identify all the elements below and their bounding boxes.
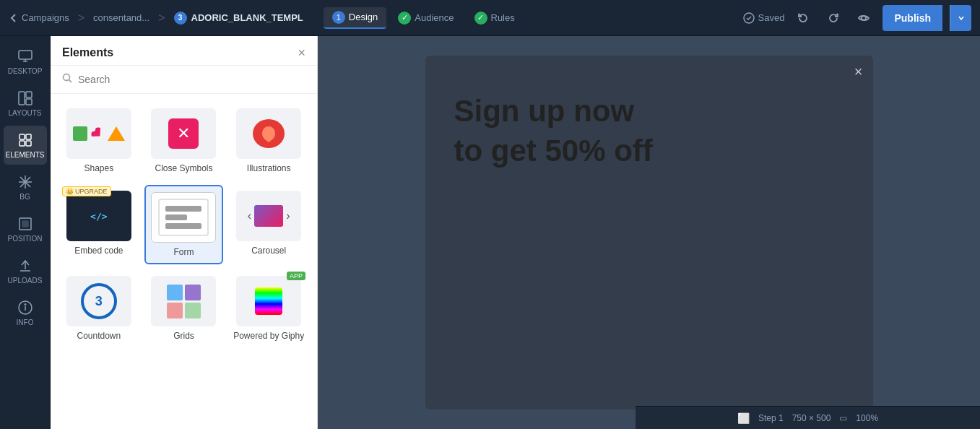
close-symbols-thumb: ✕ [151,108,216,159]
search-icon [62,73,72,86]
breadcrumb: consentand... [93,12,149,23]
main-area: DESKTOP LAYOUTS ELEMENTS [0,36,980,429]
illustrations-label: Illustrations [247,163,291,173]
sidebar-item-bg[interactable]: BG [4,168,47,207]
element-shapes[interactable]: Shapes [59,103,139,179]
svg-rect-2 [19,51,32,59]
step-audience[interactable]: ✓ Audience [389,8,462,28]
form-thumb [151,192,216,243]
step-label-design: Design [349,12,378,22]
countdown-thumb: 3 [66,276,131,326]
sidebar-label-layouts: LAYOUTS [9,109,42,117]
bottom-bar: ⬜ Step 1 750 × 500 ▭ 100% [636,406,980,429]
saved-indicator: Saved [743,12,785,24]
step-design[interactable]: 1 Design [324,7,386,29]
svg-point-22 [25,303,26,305]
element-form[interactable]: Form [144,185,224,264]
element-grids[interactable]: Grids [144,270,224,347]
svg-rect-8 [19,134,25,139]
search-bar [51,66,317,94]
sidebar-item-elements[interactable]: ELEMENTS [4,126,47,165]
element-carousel[interactable]: ‹ › Carousel [229,185,308,264]
app-badge: APP [287,272,305,280]
countdown-label: Countdown [77,331,121,341]
undo-button[interactable] [792,6,815,30]
sidebar-label-desktop: DESKTOP [8,67,43,75]
elements-grid: Shapes ✕ Close Symbols Illustra [51,94,317,355]
sidebar-item-position[interactable]: POSITION [4,209,47,248]
carousel-icon: ‹ › [248,205,290,227]
modal-headline: Sign up now to get 50% off [454,92,653,170]
embed-code-thumb: </> [66,191,131,241]
step-label-audience: Audience [415,12,454,23]
back-label: Campaigns [22,12,69,23]
nav-right-actions: Saved Publish [743,5,971,31]
svg-rect-6 [26,92,32,98]
panel-close-button[interactable]: × [298,46,305,59]
close-sym-icon: ✕ [168,118,199,149]
sidebar-label-bg: BG [19,193,30,201]
frame-resize-icon: ▭ [839,413,847,423]
elements-panel: Elements × [51,36,318,429]
element-giphy[interactable]: APP Powered by Giphy [229,270,308,347]
breadcrumb-sep: > [78,12,84,25]
modal-popup: × Sign up now to get 50% off [425,56,873,410]
top-navigation: Campaigns > consentand... > 3 ADORIC_BLA… [0,0,980,36]
sidebar-item-desktop[interactable]: DESKTOP [4,42,47,81]
step-rules[interactable]: ✓ Rules [466,8,524,28]
breadcrumb-sep2: > [158,12,165,25]
countdown-icon: 3 [81,283,117,319]
shapes-label: Shapes [84,163,113,173]
preview-button[interactable] [852,6,875,30]
close-symbols-label: Close Symbols [155,163,212,173]
shape-triangle [108,126,125,141]
svg-rect-11 [26,141,31,146]
svg-rect-17 [22,221,28,227]
embed-code-icon: </> [90,211,107,222]
svg-rect-9 [26,134,31,139]
publish-dropdown-button[interactable] [950,5,971,31]
giphy-icon [255,287,282,315]
element-countdown[interactable]: 3 Countdown [59,270,139,347]
shape-heart [89,125,106,142]
illustrations-thumb [236,108,301,159]
canvas-area: × Sign up now to get 50% off ⬜ Step 1 75… [318,36,980,429]
svg-rect-10 [19,141,25,146]
step-num-1: 1 [332,11,345,24]
embed-code-label: Embed code [74,246,123,256]
element-illustrations[interactable]: Illustrations [229,103,308,179]
sidebar-label-info: INFO [17,318,34,326]
step-num-2: ✓ [398,12,411,25]
svg-line-24 [69,80,72,83]
element-embed-code[interactable]: 👑 UPGRADE </> Embed code [59,185,139,264]
search-input[interactable] [78,74,305,85]
form-icon [158,199,209,236]
frame-icon: ⬜ [737,412,750,424]
step-tabs: 1 Design ✓ Audience ✓ Rules [324,7,524,29]
canvas-dimensions: 750 × 500 [792,413,831,423]
step-indicator: Step 1 [758,413,784,423]
step-label-rules: Rules [491,12,515,23]
sidebar-item-info[interactable]: INFO [4,293,47,332]
panel-title: Elements [62,46,113,59]
step-num-3: ✓ [474,12,487,25]
sidebar-item-uploads[interactable]: UPLOADS [4,251,47,290]
element-close-symbols[interactable]: ✕ Close Symbols [144,103,224,179]
zoom-level: 100% [856,413,878,423]
svg-rect-5 [19,92,25,105]
back-button[interactable]: Campaigns [9,12,69,23]
template-badge: 3 [174,12,187,25]
upgrade-badge: 👑 UPGRADE [62,186,111,196]
sidebar-item-layouts[interactable]: LAYOUTS [4,84,47,123]
illus-icon [253,119,285,148]
modal-text-line2: to get 50% off [454,134,653,168]
carousel-thumb: ‹ › [236,191,301,241]
redo-button[interactable] [822,6,845,30]
svg-rect-7 [26,99,32,105]
grids-label: Grids [173,331,194,341]
grids-icon [167,285,201,318]
modal-close-button[interactable]: × [854,64,863,79]
publish-button[interactable]: Publish [883,5,942,31]
modal-text-line1: Sign up now [454,94,635,128]
template-name: 3 ADORIC_BLANK_TEMPL [174,12,303,25]
